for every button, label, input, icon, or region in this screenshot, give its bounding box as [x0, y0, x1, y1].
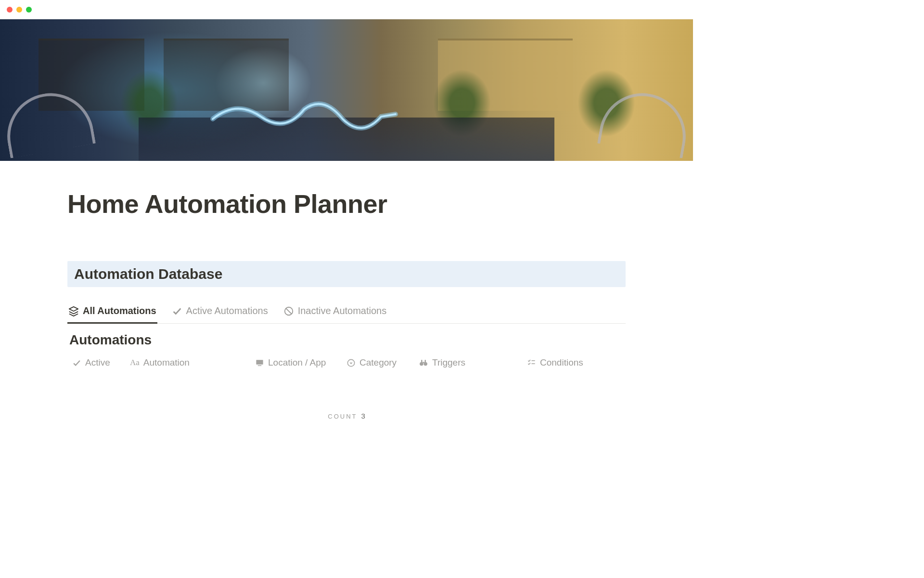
table-header-row: Active Aa Automation Location / App Cate…	[67, 355, 626, 376]
section-header-block[interactable]: Automation Database	[67, 261, 626, 287]
column-label: Triggers	[432, 357, 465, 368]
column-label: Location / App	[268, 357, 326, 368]
column-header-automation[interactable]: Aa Automation	[125, 355, 250, 371]
count-label: COUNT	[328, 413, 357, 420]
svg-rect-8	[425, 360, 426, 362]
close-window-button[interactable]	[7, 7, 13, 13]
svg-line-1	[286, 308, 292, 314]
column-header-conditions[interactable]: Conditions	[522, 355, 626, 371]
dropdown-circle-icon	[346, 358, 356, 368]
column-label: Category	[359, 357, 397, 368]
stack-icon	[68, 306, 79, 316]
minimize-window-button[interactable]	[16, 7, 22, 13]
svg-rect-9	[423, 362, 424, 363]
monitor-icon	[255, 358, 264, 368]
column-label: Automation	[143, 357, 190, 368]
column-header-active[interactable]: Active	[67, 355, 125, 371]
binoculars-icon	[419, 358, 428, 368]
tab-active-automations[interactable]: Active Automations	[171, 302, 269, 324]
text-type-icon: Aa	[130, 358, 140, 368]
checkmark-icon	[172, 306, 182, 316]
database-title[interactable]: Automations	[67, 332, 626, 348]
database-view-tabs: All Automations Active Automations Inact…	[67, 302, 626, 324]
window-controls	[7, 7, 32, 13]
svg-rect-7	[421, 360, 423, 362]
column-header-category[interactable]: Category	[342, 355, 414, 371]
column-label: Active	[85, 357, 110, 368]
page-cover-image[interactable]	[0, 19, 693, 161]
table-footer-count[interactable]: COUNT 3	[0, 412, 693, 420]
column-header-triggers[interactable]: Triggers	[414, 355, 522, 371]
checklist-icon	[527, 358, 536, 368]
svg-rect-2	[256, 360, 263, 365]
tab-all-automations[interactable]: All Automations	[67, 302, 157, 324]
tab-label: Inactive Automations	[298, 305, 387, 316]
tab-label: Active Automations	[186, 305, 268, 316]
checkmark-icon	[72, 358, 81, 368]
tab-inactive-automations[interactable]: Inactive Automations	[282, 302, 388, 324]
column-label: Conditions	[540, 357, 583, 368]
page-title[interactable]: Home Automation Planner	[67, 189, 626, 219]
svg-rect-3	[258, 365, 262, 366]
section-header-text: Automation Database	[74, 266, 619, 282]
count-value: 3	[361, 412, 365, 420]
column-header-location[interactable]: Location / App	[250, 355, 342, 371]
ban-icon	[283, 306, 294, 316]
maximize-window-button[interactable]	[26, 7, 32, 13]
tab-label: All Automations	[83, 305, 156, 316]
